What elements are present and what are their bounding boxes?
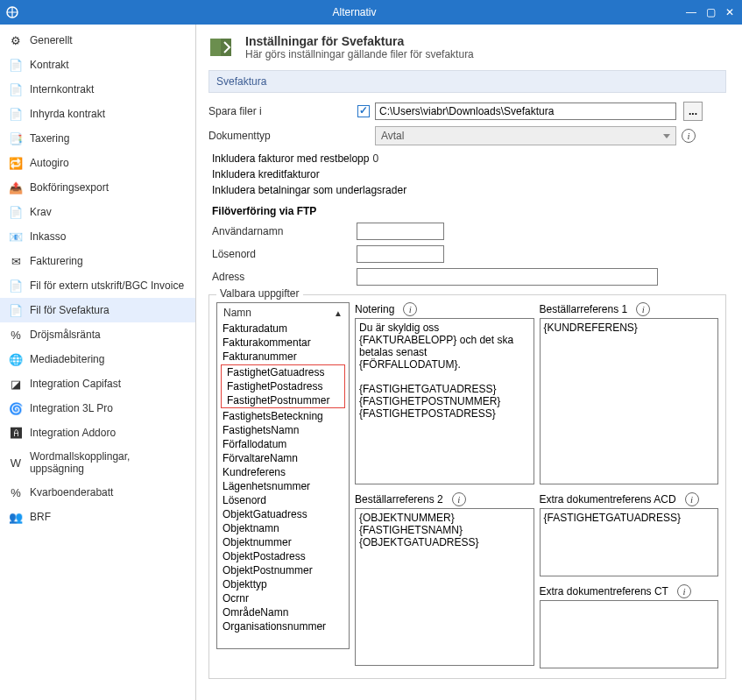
sidebar-item[interactable]: %Dröjsmålsränta [0,322,195,347]
ftp-user-label: Användarnamn [212,225,357,237]
sidebar: ⚙Generellt📄Kontrakt📄Internkontrakt📄Inhyr… [0,25,196,700]
sidebar-item-icon: ⚙ [9,33,23,47]
svg-rect-1 [210,39,221,56]
sidebar-item[interactable]: 🔁Autogiro [0,151,195,175]
ftp-heading: Filöverföring via FTP [212,205,726,217]
valbara-listbox[interactable]: Namn ▲ FakturadatumFakturakommentarFaktu… [216,302,350,649]
sidebar-item[interactable]: ✉Fakturering [0,249,195,273]
info-icon[interactable]: i [685,492,699,506]
listbox-header-label: Namn [223,307,251,319]
list-item[interactable]: ObjektPostnummer [217,563,349,577]
list-item[interactable]: ObjektPostadress [217,549,349,563]
ftp-pwd-input[interactable] [357,245,444,263]
sidebar-item[interactable]: ◪Integration Capifast [0,371,195,396]
sidebar-item[interactable]: 🌐Mediadebitering [0,347,195,371]
bref2-textarea[interactable] [355,508,534,666]
sidebar-item-label: Krav [30,206,52,218]
sidebar-item[interactable]: 📄Internkontrakt [0,77,195,102]
bref1-label: Beställarreferens 1 [540,303,628,315]
sidebar-item-label: Mediadebitering [30,353,104,365]
sidebar-item-label: Integration Capifast [30,378,121,390]
sidebar-item-icon: 📄 [9,107,23,121]
sidebar-item-icon: 📑 [9,131,23,145]
dokumenttyp-combo[interactable]: Avtal [375,126,676,145]
sidebar-item[interactable]: 📄Krav [0,200,195,224]
list-item[interactable]: FastighetsBeteckning [217,409,349,423]
extra-acd-textarea[interactable] [540,508,719,576]
info-icon[interactable]: i [403,302,417,316]
notering-textarea[interactable] [355,318,534,484]
ftp-adr-label: Adress [212,271,357,283]
sidebar-item-label: Bokföringsexport [30,181,109,194]
list-item[interactable]: FastighetPostnummer [222,393,344,407]
chk-betal-label: Inkludera betalningar som underlagsrader [212,184,406,196]
sidebar-item[interactable]: 👥BRF [0,505,195,529]
sidebar-item[interactable]: ⚙Generellt [0,28,195,53]
sidebar-item-icon: 📄 [9,58,23,72]
ftp-adr-input[interactable] [357,268,658,286]
list-item[interactable]: FastighetGatuadress [222,365,344,379]
listbox-header[interactable]: Namn ▲ [217,304,349,322]
spara-path-input[interactable] [375,103,676,120]
sidebar-item-label: Internkontrakt [30,83,94,95]
sidebar-item[interactable]: %Kvarboenderabatt [0,480,195,505]
list-item[interactable]: Fakturakommentar [217,336,349,350]
list-item[interactable]: Objektnummer [217,535,349,549]
maximize-button[interactable]: ▢ [703,6,717,18]
ftp-user-input[interactable] [357,223,444,240]
close-button[interactable]: ✕ [723,6,737,18]
bref1-textarea[interactable] [540,318,719,484]
dokumenttyp-label: Dokumenttyp [208,130,357,142]
sidebar-item-label: Wordmallskopplingar, uppsägning [30,450,187,475]
sidebar-item[interactable]: WWordmallskopplingar, uppsägning [0,445,195,480]
sidebar-item[interactable]: 📑Taxering [0,126,195,151]
list-item[interactable]: FörvaltareNamn [217,451,349,465]
valbara-fieldset: Valbara uppgifter Namn ▲ FakturadatumFak… [208,294,726,679]
info-icon[interactable]: i [452,492,466,506]
info-icon[interactable]: i [682,129,696,143]
sidebar-item[interactable]: 📄Fil för Svefaktura [0,298,195,322]
list-item[interactable]: OmrådeNamn [217,605,349,619]
list-item[interactable]: FastighetsNamn [217,423,349,437]
sidebar-item[interactable]: 🅰Integration Addoro [0,421,195,445]
sidebar-item-icon: 👥 [9,510,23,524]
sidebar-item-icon: ✉ [9,254,23,268]
sidebar-item[interactable]: 📤Bokföringsexport [0,175,195,200]
list-item[interactable]: Objekttyp [217,577,349,591]
sidebar-item-label: Fil för Svefaktura [30,304,110,316]
notering-label: Notering [355,303,394,315]
browse-button[interactable]: ... [683,102,703,121]
sidebar-item[interactable]: 📄Fil för extern utskrift/BGC Invoice [0,273,195,298]
chk-kredit-label: Inkludera kreditfakturor [212,168,320,180]
sidebar-item[interactable]: 📧Inkasso [0,224,195,249]
list-item[interactable]: Fakturanummer [217,350,349,364]
list-item[interactable]: Lösenord [217,493,349,507]
sidebar-item-label: Inhyrda kontrakt [30,108,105,120]
sidebar-item[interactable]: 📄Kontrakt [0,53,195,77]
list-item[interactable]: Fakturadatum [217,322,349,336]
page-header-icon [208,33,237,61]
list-item[interactable]: ObjektGatuadress [217,507,349,521]
list-item[interactable]: Organisationsnummer [217,619,349,633]
info-icon[interactable]: i [636,302,650,316]
sidebar-item-label: Kvarboenderabatt [30,486,113,498]
spara-checkbox[interactable] [357,105,370,117]
extra-ct-label: Extra dokumentreferens CT [540,585,668,597]
list-item[interactable]: Objektnamn [217,521,349,535]
list-item[interactable]: Kundreferens [217,465,349,479]
sidebar-item-label: Fakturering [30,255,83,267]
list-item[interactable]: Ocrnr [217,591,349,605]
sidebar-item-icon: W [9,456,23,470]
sidebar-item[interactable]: 🌀Integration 3L Pro [0,396,195,421]
extra-ct-textarea[interactable] [540,600,719,668]
list-item[interactable]: FastighetPostadress [222,379,344,393]
sidebar-item-label: Autogiro [30,157,69,169]
list-item[interactable]: Förfallodatum [217,437,349,451]
list-item[interactable]: Lägenhetsnummer [217,479,349,493]
sidebar-item-label: Integration 3L Pro [30,402,113,414]
info-icon[interactable]: i [677,584,691,598]
minimize-button[interactable]: — [684,6,698,18]
sidebar-item-icon: 📤 [9,180,23,194]
sidebar-item[interactable]: 📄Inhyrda kontrakt [0,102,195,126]
sidebar-item-icon: 🔁 [9,156,23,170]
